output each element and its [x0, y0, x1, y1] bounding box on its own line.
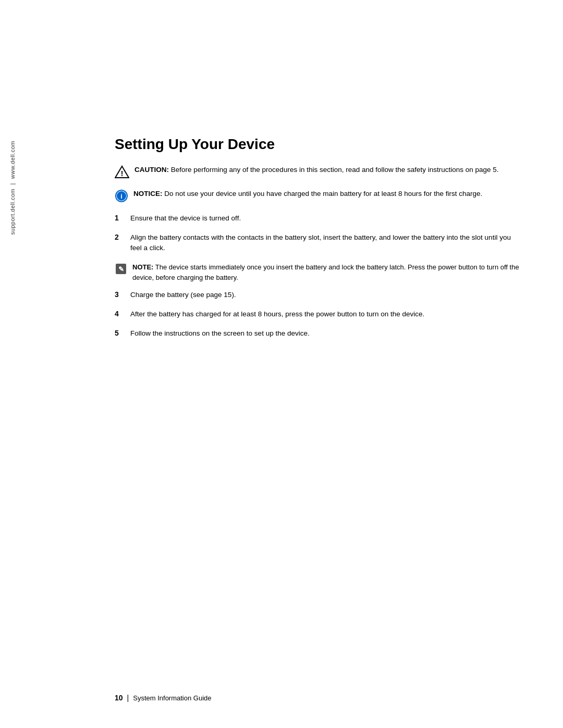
caution-body: Before performing any of the procedures … — [169, 166, 499, 174]
sidebar-text: support.dell.com | www.dell.com — [9, 141, 16, 235]
step-number-1: 1 — [115, 213, 130, 222]
step-item-2: 2 Align the battery contacts with the co… — [115, 232, 521, 254]
notice-block: i NOTICE: Do not use your device until y… — [115, 189, 521, 203]
svg-text:✎: ✎ — [118, 265, 124, 273]
step-number-5: 5 — [115, 328, 130, 337]
page-title: Setting Up Your Device — [115, 135, 521, 153]
sidebar-text-right: support.dell.com — [9, 189, 16, 235]
caution-text: CAUTION: Before performing any of the pr… — [134, 165, 499, 175]
footer-separator: | — [127, 694, 129, 702]
notice-label: NOTICE: — [133, 190, 163, 198]
page-container: support.dell.com | www.dell.com Setting … — [0, 0, 563, 728]
step-content-4: After the battery has charged for at lea… — [130, 309, 521, 320]
note-body: The device starts immediately once you i… — [132, 263, 519, 281]
page-footer: 10 | System Information Guide — [115, 694, 521, 702]
step-content-1: Ensure that the device is turned off. — [130, 213, 521, 224]
footer-guide-title: System Information Guide — [133, 694, 211, 702]
sidebar-separator: | — [9, 183, 16, 184]
svg-text:i: i — [120, 192, 123, 200]
step-content-2: Align the battery contacts with the cont… — [130, 232, 521, 254]
note-container: ✎ NOTE: The device starts immediately on… — [115, 262, 521, 282]
note-text: NOTE: The device starts immediately once… — [132, 262, 521, 282]
step-number-2: 2 — [115, 232, 130, 241]
step-number-4: 4 — [115, 309, 130, 318]
step-number-3: 3 — [115, 290, 130, 299]
step-content-5: Follow the instructions on the screen to… — [130, 328, 521, 339]
caution-label: CAUTION: — [134, 166, 169, 174]
step-content-3: Charge the battery (see page 15). — [130, 290, 521, 301]
footer-page-number: 10 — [115, 694, 123, 702]
step-item-3: 3 Charge the battery (see page 15). — [115, 290, 521, 301]
sidebar-text-left: www.dell.com — [9, 141, 16, 179]
step-item-4: 4 After the battery has charged for at l… — [115, 309, 521, 320]
steps-list: 1 Ensure that the device is turned off. … — [115, 213, 521, 340]
step-item-5: 5 Follow the instructions on the screen … — [115, 328, 521, 339]
step-item-1: 1 Ensure that the device is turned off. — [115, 213, 521, 224]
notice-text: NOTICE: Do not use your device until you… — [133, 189, 482, 199]
note-block: ✎ NOTE: The device starts immediately on… — [115, 262, 521, 282]
svg-text:!: ! — [121, 169, 124, 178]
notice-body: Do not use your device until you have ch… — [163, 190, 483, 198]
note-label: NOTE: — [132, 263, 153, 271]
note-icon: ✎ — [115, 263, 127, 275]
main-content: Setting Up Your Device ! CAUTION: Before… — [115, 135, 521, 686]
notice-icon: i — [115, 189, 128, 203]
caution-block: ! CAUTION: Before performing any of the … — [115, 165, 521, 179]
caution-icon: ! — [115, 165, 129, 179]
